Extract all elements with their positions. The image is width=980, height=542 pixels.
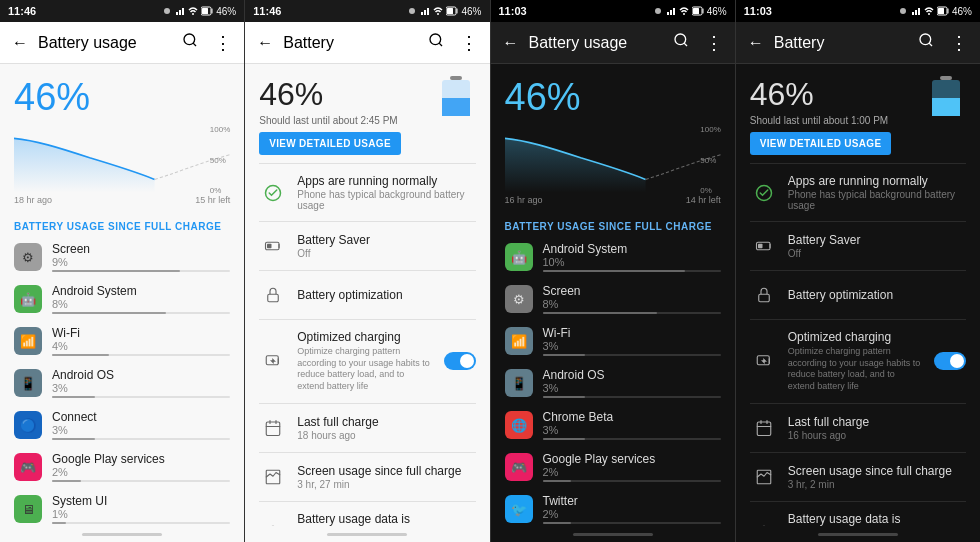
status-time: 11:03 xyxy=(744,5,772,17)
app-usage-bar-bg xyxy=(543,522,721,524)
app-usage-bar-bg xyxy=(543,354,721,356)
toggle-switch[interactable] xyxy=(444,352,476,370)
view-usage-button[interactable]: VIEW DETAILED USAGE xyxy=(750,132,892,155)
status-time: 11:46 xyxy=(8,5,36,17)
search-button[interactable] xyxy=(178,28,202,58)
app-list-item[interactable]: 📱 Android OS 3% xyxy=(491,362,735,404)
status-icons: 46% xyxy=(898,6,972,17)
home-indicator xyxy=(736,526,980,542)
home-bar xyxy=(327,533,407,536)
app-info: Wi-Fi 3% xyxy=(543,326,721,356)
back-button[interactable]: ← xyxy=(744,30,768,56)
svg-point-36 xyxy=(675,34,686,45)
setting-title: Battery Saver xyxy=(788,233,966,247)
chart-label: 50% xyxy=(210,156,230,165)
app-list-item[interactable]: ⚙ Screen 8% xyxy=(491,278,735,320)
battery-status-icon xyxy=(446,6,458,16)
lock-icon xyxy=(750,281,778,309)
app-info: Chrome Beta 3% xyxy=(543,410,721,440)
signal-icon xyxy=(420,6,430,16)
status-bar: 11:03 46% xyxy=(736,0,980,22)
setting-item-charge[interactable]: Optimized chargingOptimize charging patt… xyxy=(245,320,489,403)
back-button[interactable]: ← xyxy=(253,30,277,56)
page-title: Battery usage xyxy=(529,34,663,52)
setting-item-chart[interactable]: Screen usage since full charge3 hr, 27 m… xyxy=(245,453,489,501)
battery-time-remaining: Should last until about 2:45 PM xyxy=(259,115,427,126)
setting-item-calendar[interactable]: Last full charge18 hours ago xyxy=(245,404,489,452)
wifi-icon xyxy=(433,6,443,16)
back-button[interactable]: ← xyxy=(8,30,32,56)
app-pct: 1% xyxy=(52,508,230,520)
setting-item-check[interactable]: Apps are running normallyPhone has typic… xyxy=(736,164,980,221)
app-icon: 📱 xyxy=(14,369,42,397)
location-icon xyxy=(898,6,908,16)
toggle-switch[interactable] xyxy=(934,352,966,370)
top-bar: ← Battery ⋮ xyxy=(245,22,489,64)
app-list-item[interactable]: 🤖 Android System 10% xyxy=(491,236,735,278)
setting-item-check[interactable]: Apps are running normallyPhone has typic… xyxy=(245,164,489,221)
setting-subtitle-multi: Optimize charging pattern according to y… xyxy=(788,346,924,393)
setting-item-lock[interactable]: Battery optimization xyxy=(245,271,489,319)
setting-text: Screen usage since full charge3 hr, 2 mi… xyxy=(788,464,966,490)
signal-icon xyxy=(175,6,185,16)
svg-rect-2 xyxy=(179,10,181,15)
setting-item-chart[interactable]: Screen usage since full charge3 hr, 2 mi… xyxy=(736,453,980,501)
app-info: Screen 8% xyxy=(543,284,721,314)
setting-item-charge[interactable]: Optimized chargingOptimize charging patt… xyxy=(736,320,980,403)
app-list-item[interactable]: ⚙ Screen 9% xyxy=(0,236,244,278)
app-list-item[interactable]: 📶 Wi-Fi 3% xyxy=(491,320,735,362)
top-bar: ← Battery ⋮ xyxy=(736,22,980,64)
app-pct: 10% xyxy=(543,256,721,268)
app-name: Google Play services xyxy=(543,452,721,466)
battery-percentage-large: 46% xyxy=(750,76,918,113)
chart-label: 100% xyxy=(700,125,720,134)
top-bar: ← Battery usage ⋮ xyxy=(0,22,244,64)
app-usage-bar-bg xyxy=(543,312,721,314)
app-list-item[interactable]: 🖥 System UI 1% xyxy=(0,488,244,526)
setting-subtitle: 3 hr, 27 min xyxy=(297,479,475,490)
svg-rect-55 xyxy=(757,470,771,484)
setting-subtitle: Off xyxy=(788,248,966,259)
app-list-item[interactable]: 🤖 Android System 8% xyxy=(0,278,244,320)
app-list-item[interactable]: 🎮 Google Play services 2% xyxy=(491,446,735,488)
app-usage-bar-bg xyxy=(52,438,230,440)
app-name: Screen xyxy=(52,242,230,256)
svg-rect-48 xyxy=(932,98,960,116)
app-usage-bar-fill xyxy=(52,354,109,356)
app-list-item[interactable]: 🎮 Google Play services 2% xyxy=(0,446,244,488)
app-icon: 📶 xyxy=(14,327,42,355)
top-bar-icons: ⋮ xyxy=(914,28,972,58)
app-name: Screen xyxy=(543,284,721,298)
more-button[interactable]: ⋮ xyxy=(946,28,972,58)
chart-right-labels: 100%50%0% xyxy=(700,125,720,195)
view-usage-button[interactable]: VIEW DETAILED USAGE xyxy=(259,132,401,155)
search-button[interactable] xyxy=(669,28,693,58)
app-list-item[interactable]: 🔵 Connect 3% xyxy=(0,404,244,446)
setting-item-lock[interactable]: Battery optimization xyxy=(736,271,980,319)
app-usage-bar-fill xyxy=(52,480,81,482)
setting-item-calendar[interactable]: Last full charge16 hours ago xyxy=(736,404,980,452)
home-bar xyxy=(573,533,653,536)
app-usage-bar-fill xyxy=(52,312,166,314)
app-list-item[interactable]: 🐦 Twitter 2% xyxy=(491,488,735,526)
more-button[interactable]: ⋮ xyxy=(456,28,482,58)
app-usage-bar-bg xyxy=(543,438,721,440)
page-title: Battery usage xyxy=(38,34,172,52)
app-list-item[interactable]: 📶 Wi-Fi 4% xyxy=(0,320,244,362)
search-button[interactable] xyxy=(914,28,938,58)
more-button[interactable]: ⋮ xyxy=(701,28,727,58)
search-button[interactable] xyxy=(424,28,448,58)
top-bar: ← Battery usage ⋮ xyxy=(491,22,735,64)
svg-rect-32 xyxy=(673,8,675,15)
setting-item-battery[interactable]: Battery SaverOff xyxy=(245,222,489,270)
app-pct: 2% xyxy=(543,508,721,520)
setting-item-battery[interactable]: Battery SaverOff xyxy=(736,222,980,270)
phone-panel-panel3: 11:03 46% ← Battery usage ⋮ 46% 100%50%0… xyxy=(491,0,736,542)
svg-point-8 xyxy=(409,8,415,14)
app-icon: 🖥 xyxy=(14,495,42,523)
app-list-item[interactable]: 📱 Android OS 3% xyxy=(0,362,244,404)
section-header: BATTERY USAGE SINCE FULL CHARGE xyxy=(0,213,244,236)
app-list-item[interactable]: 🌐 Chrome Beta 3% xyxy=(491,404,735,446)
more-button[interactable]: ⋮ xyxy=(210,28,236,58)
back-button[interactable]: ← xyxy=(499,30,523,56)
